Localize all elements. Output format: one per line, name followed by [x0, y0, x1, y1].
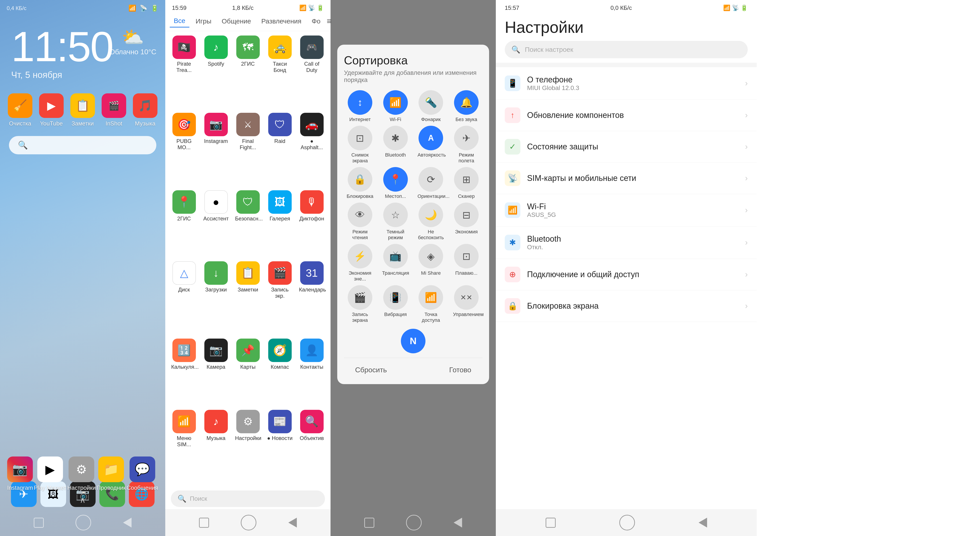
drawer-app-contacts[interactable]: 👤 Контакты [298, 339, 326, 406]
nav-recents-btn-3[interactable] [364, 518, 374, 528]
drawer-app-screenrec[interactable]: 🎬 Запись экр. [266, 261, 294, 335]
app-youtube[interactable]: ▶ YouTube [38, 93, 65, 127]
settings-item-update[interactable]: ↑ Обновление компонентов › [496, 100, 757, 131]
dock-messages[interactable]: 💬 Сообщения [127, 456, 158, 491]
drawer-app-final[interactable]: ⚔ Final Fight... [234, 113, 262, 187]
qs-powersave[interactable]: ⚡ Экономия эне... [344, 244, 376, 282]
nav-recents-btn[interactable] [34, 518, 44, 528]
nav-home-btn-2[interactable] [241, 515, 256, 530]
nav-recents-btn-4[interactable] [546, 518, 556, 528]
qs-internet[interactable]: ↕ Интернет [344, 90, 376, 122]
nav-back-btn[interactable] [123, 518, 132, 528]
qs-hotspot[interactable]: 📶 Точка доступа [415, 285, 447, 323]
drawer-app-raid[interactable]: 🛡 Raid [266, 113, 294, 187]
drawer-app-compass[interactable]: 🧭 Компас [266, 339, 294, 406]
drawer-app-drive[interactable]: △ Диск [170, 261, 198, 335]
search-bar[interactable]: 🔍 [9, 136, 156, 154]
dock-files[interactable]: 📁 Проводник [97, 456, 126, 491]
drawer-app-notes2[interactable]: 📋 Заметки [234, 261, 262, 335]
qs-vibrate[interactable]: 📳 Вибрация [379, 285, 412, 323]
qs-silent[interactable]: 🔔 Без звука [450, 90, 482, 122]
qs-cast[interactable]: 📺 Трансляция [379, 244, 412, 282]
drawer-app-cam2[interactable]: 📷 Камера [202, 339, 230, 406]
drawer-app-downloads[interactable]: ↓ Загрузки [202, 261, 230, 335]
qs-dark[interactable]: ☆ Темный режим [379, 202, 412, 240]
sort-reset-button[interactable]: Сбросить [346, 363, 396, 377]
tab-social[interactable]: Общение [218, 15, 255, 27]
tab-games[interactable]: Игры [192, 15, 216, 27]
tab-more[interactable]: Фо [307, 15, 325, 27]
sort-done-button[interactable]: Готово [440, 363, 480, 377]
app-label-youtube: YouTube [40, 120, 63, 127]
settings-item-wifi[interactable]: 📶 Wi-Fi ASUS_5G › [496, 194, 757, 226]
qs-location[interactable]: 📍 Местоп... [379, 167, 412, 199]
drawer-app-assistant[interactable]: ● Ассистент [202, 190, 230, 258]
settings-chevron-bluetooth: › [745, 238, 748, 247]
settings-item-screenlock[interactable]: 🔒 Блокировка экрана › [496, 290, 757, 322]
qs-nfc[interactable]: N [344, 329, 482, 353]
qs-screenrec2[interactable]: 🎬 Запись экрана [344, 285, 376, 323]
drawer-app-pirate[interactable]: 🏴‍☠️ Pirate Trea... [170, 35, 198, 110]
qs-orientation[interactable]: ⟳ Ориентации... [415, 167, 447, 199]
settings-item-about[interactable]: 📱 О телефоне MIUI Global 12.0.3 › [496, 67, 757, 100]
dock-settings[interactable]: ⚙ Настройки [67, 456, 96, 491]
drawer-icon-spotify: ♪ [204, 35, 228, 59]
drawer-app-recorder[interactable]: 🎙 Диктофон [298, 190, 326, 258]
app-music[interactable]: 🎵 Музыка [132, 93, 159, 127]
drawer-app-music2[interactable]: ♪ Музыка [202, 410, 230, 484]
drawer-app-gallery[interactable]: 🖼 Галерея [266, 190, 294, 258]
qs-flashlight[interactable]: 🔦 Фонарик [415, 90, 447, 122]
qs-control[interactable]: ✕✕ Управлением [450, 285, 482, 323]
qs-airplane[interactable]: ✈ Режим полета [450, 126, 482, 164]
qs-dnd[interactable]: 🌙 Не беспокоить [415, 202, 447, 240]
qs-bluetooth[interactable]: ✱ Bluetooth [379, 126, 412, 164]
drawer-app-news[interactable]: 📰 ● Новости [266, 410, 294, 484]
settings-item-bluetooth[interactable]: ✱ Bluetooth Откл. › [496, 226, 757, 259]
drawer-app-sim[interactable]: 📶 Меню SIM... [170, 410, 198, 484]
drawer-app-cod[interactable]: 🎮 Call of Duty [298, 35, 326, 110]
drawer-app-settings2[interactable]: ⚙ Настройки [234, 410, 262, 484]
qs-autobrightness[interactable]: A Автояркость [415, 126, 447, 164]
qs-economy[interactable]: ⊟ Экономия [450, 202, 482, 240]
nav-back-btn-3[interactable] [453, 518, 462, 528]
nav-home-btn-4[interactable] [619, 515, 635, 530]
drawer-app-taxi[interactable]: 🚕 Такси Бонд [266, 35, 294, 110]
settings-item-security[interactable]: ✓ Состояние защиты › [496, 131, 757, 162]
nav-home-btn-3[interactable] [406, 515, 422, 530]
app-notes[interactable]: 📋 Заметки [69, 93, 96, 127]
drawer-handle[interactable]: ∧ [80, 495, 86, 505]
drawer-app-pubg[interactable]: 🎯 PUBG MO... [170, 113, 198, 187]
nav-recents-btn-2[interactable] [199, 518, 209, 528]
dock-play[interactable]: ▶ Play Маркет [34, 456, 66, 491]
qs-floating[interactable]: ⊡ Плаваю... [450, 244, 482, 282]
drawer-app-2gis[interactable]: 🗺 2ГИС [234, 35, 262, 110]
qs-wifi[interactable]: 📶 Wi-Fi [379, 90, 412, 122]
settings-item-connection[interactable]: ⊕ Подключение и общий доступ › [496, 259, 757, 290]
drawer-app-calc[interactable]: 🔢 Калькуля... [170, 339, 198, 406]
qs-scanner[interactable]: ⊞ Сканер [450, 167, 482, 199]
nav-back-btn-2[interactable] [288, 518, 297, 528]
app-ochiska[interactable]: 🧹 Очистка [7, 93, 33, 127]
drawer-app-asphalt[interactable]: 🚗 ● Asphalt... [298, 113, 326, 187]
drawer-app-lens[interactable]: 🔍 Объектив [298, 410, 326, 484]
qs-reading[interactable]: 👁 Режим чтения [344, 202, 376, 240]
drawer-app-calendar[interactable]: 31 Календарь [298, 261, 326, 335]
nav-back-btn-4[interactable] [698, 518, 707, 528]
qs-mishare[interactable]: ◈ Mi Share [415, 244, 447, 282]
tab-all[interactable]: Все [170, 15, 189, 27]
drawer-search-bar[interactable]: 🔍 Поиск [171, 490, 325, 507]
dock-instagram[interactable]: 📷 Instagram [7, 456, 33, 491]
nav-home-btn[interactable] [75, 515, 91, 530]
settings-item-sim[interactable]: 📡 SIM-карты и мобильные сети › [496, 162, 757, 194]
drawer-app-security[interactable]: 🛡 Безопасн... [234, 190, 262, 258]
app-inshot[interactable]: 🎬 InShot [100, 93, 127, 127]
qs-screenshot[interactable]: ⊡ Снимок экрана [344, 126, 376, 164]
qs-lock[interactable]: 🔒 Блокировка [344, 167, 376, 199]
tab-entertainment[interactable]: Развлечения [257, 15, 305, 27]
settings-search-bar[interactable]: 🔍 Поиск настроек [505, 41, 748, 58]
drawer-app-maps[interactable]: 📌 Карты [234, 339, 262, 406]
drawer-label-security: Безопасн... [235, 216, 261, 222]
drawer-app-spotify[interactable]: ♪ Spotify [202, 35, 230, 110]
drawer-app-2gis2[interactable]: 📍 2ГИС [170, 190, 198, 258]
drawer-app-instagram[interactable]: 📷 Instagram [202, 113, 230, 187]
